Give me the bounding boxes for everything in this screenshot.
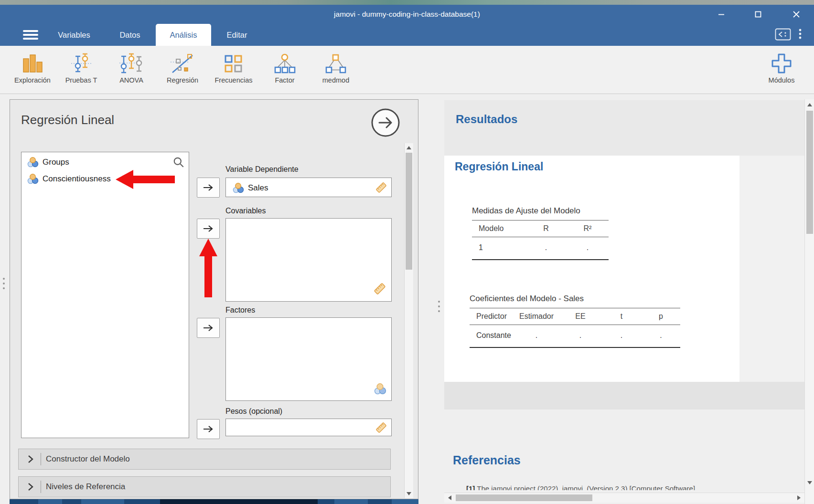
results-header-band [444, 100, 804, 156]
column-header: EE [559, 308, 601, 325]
ribbon-medmod-button[interactable]: medmod [313, 50, 358, 91]
table-title: Medidas de Ajuste del Modelo [472, 206, 609, 216]
factors-box[interactable] [225, 317, 392, 401]
variable-name: Groups [43, 158, 69, 167]
reference-id: [1] [466, 484, 475, 490]
assign-dependent-button[interactable] [197, 178, 220, 198]
arrow-right-icon [203, 425, 214, 433]
minimize-icon [718, 10, 725, 18]
arrow-right-icon [203, 183, 214, 192]
close-icon [793, 10, 800, 18]
ribbon-modulos-button[interactable]: Módulos [760, 50, 803, 91]
reference-entry: [1] The jamovi project (2022). jamovi. (… [466, 484, 736, 490]
results-separator-band [444, 382, 804, 410]
table-row: 1 . . [472, 237, 609, 260]
scroll-left-icon[interactable] [448, 495, 451, 500]
ribbon-regresion-button[interactable]: Regresión [161, 50, 204, 91]
column-header: R² [567, 220, 609, 237]
ribbon-pruebas-t-button[interactable]: Pruebas T [60, 50, 103, 91]
tab-datos[interactable]: Datos [106, 24, 154, 46]
assign-factors-button[interactable] [197, 318, 220, 338]
circle-arrow-right-icon [371, 108, 400, 137]
scroll-down-icon[interactable] [407, 492, 411, 495]
model-fit-table[interactable]: Medidas de Ajuste del Modelo Modelo R R²… [472, 206, 609, 260]
ribbon-factor-button[interactable]: Factor [264, 50, 306, 91]
annotation-arrow-up-shaft [204, 256, 212, 297]
tab-variables[interactable]: Variables [50, 24, 98, 46]
section-label: Niveles de Referencia [46, 482, 125, 492]
column-header: Estimador [514, 308, 559, 325]
factor-icon [274, 50, 296, 74]
arrow-right-icon [203, 324, 214, 332]
continuous-type-icon [375, 421, 387, 436]
close-button[interactable] [786, 7, 807, 22]
scroll-right-icon[interactable] [797, 495, 801, 500]
modules-plus-icon [771, 50, 792, 74]
results-hscrollbar[interactable] [444, 493, 804, 503]
analysis-title: Regresión Lineal [21, 113, 114, 127]
syntax-mode-button[interactable] [775, 28, 791, 42]
scroll-down-icon[interactable] [807, 481, 812, 484]
annotation-arrow-up-head [199, 239, 217, 256]
column-header: Modelo [472, 220, 525, 237]
ribbon-anova-button[interactable]: ANOVA [110, 50, 153, 91]
section-model-builder[interactable]: Constructor del Modelo [18, 449, 391, 470]
column-header: t [601, 308, 642, 325]
scroll-up-icon[interactable] [407, 146, 411, 149]
tab-editar[interactable]: Editar [213, 24, 261, 46]
factors-label: Factores [225, 306, 255, 315]
table-header-row: Modelo R R² [472, 220, 609, 237]
options-scrollbar[interactable] [404, 143, 413, 498]
tab-analisis[interactable]: Análisis [156, 24, 211, 46]
arrow-right-icon [203, 224, 214, 233]
results-vscrollbar[interactable] [804, 99, 814, 504]
desktop-background [0, 0, 814, 5]
table-cell: . [514, 325, 559, 348]
medmod-icon [324, 50, 347, 74]
variable-source-list[interactable]: Groups Conscientiousness [21, 152, 189, 438]
reference-text: The jamovi project (2022). jamovi. (Vers… [477, 484, 697, 490]
model-coefficients-table[interactable]: Coeficientes del Modelo - Sales Predicto… [470, 294, 680, 348]
list-item-sales[interactable]: Sales [233, 182, 376, 194]
ribbon-frecuencias-button[interactable]: Frecuencias [210, 50, 257, 91]
continuous-type-icon [375, 181, 387, 196]
covariates-box[interactable] [225, 218, 392, 302]
search-button[interactable] [172, 156, 185, 170]
weights-box[interactable] [225, 419, 392, 436]
dependent-box[interactable]: Sales [225, 178, 392, 197]
assign-covariates-button[interactable] [197, 219, 220, 239]
continuous-type-icon [373, 282, 386, 297]
minimize-button[interactable] [711, 7, 732, 22]
references-area [444, 410, 804, 493]
maximize-button[interactable] [748, 7, 769, 22]
table-title: Coeficientes del Modelo - Sales [470, 294, 680, 304]
frequencies-icon [224, 50, 244, 74]
ribbon-exploracion-button[interactable]: Exploración [8, 50, 57, 91]
scrollbar-thumb[interactable] [406, 153, 412, 270]
table-cell: . [525, 237, 567, 260]
jamovi-window: jamovi - dummy-coding-in-class-database(… [0, 0, 814, 504]
results-panel-title: Resultados [456, 113, 517, 126]
column-header: Predictor [470, 308, 514, 325]
scroll-up-icon[interactable] [807, 103, 812, 106]
assign-weights-button[interactable] [197, 419, 220, 439]
table-row: Constante . . . . [470, 325, 680, 348]
panel-splitter-handle[interactable] [438, 301, 440, 315]
table-cell: . [559, 325, 601, 348]
t-tests-icon [70, 50, 92, 74]
scrollbar-thumb[interactable] [456, 494, 592, 501]
table-cell: . [601, 325, 642, 348]
variable-name: Sales [248, 183, 268, 193]
run-analysis-button[interactable] [371, 108, 400, 139]
table-cell: . [567, 237, 609, 260]
scrollbar-thumb[interactable] [806, 111, 813, 234]
chevron-right-icon [27, 483, 34, 491]
dependent-label: Variable Dependiente [225, 165, 299, 174]
app-menu-button[interactable] [797, 28, 803, 43]
results-right-margin [739, 156, 804, 382]
results-analysis-title[interactable]: Regresión Lineal [455, 160, 543, 173]
hamburger-menu-button[interactable] [23, 30, 38, 40]
panel-edge-handle[interactable] [3, 278, 5, 292]
section-reference-levels[interactable]: Niveles de Referencia [18, 476, 391, 497]
list-item-groups[interactable]: Groups [27, 156, 171, 168]
